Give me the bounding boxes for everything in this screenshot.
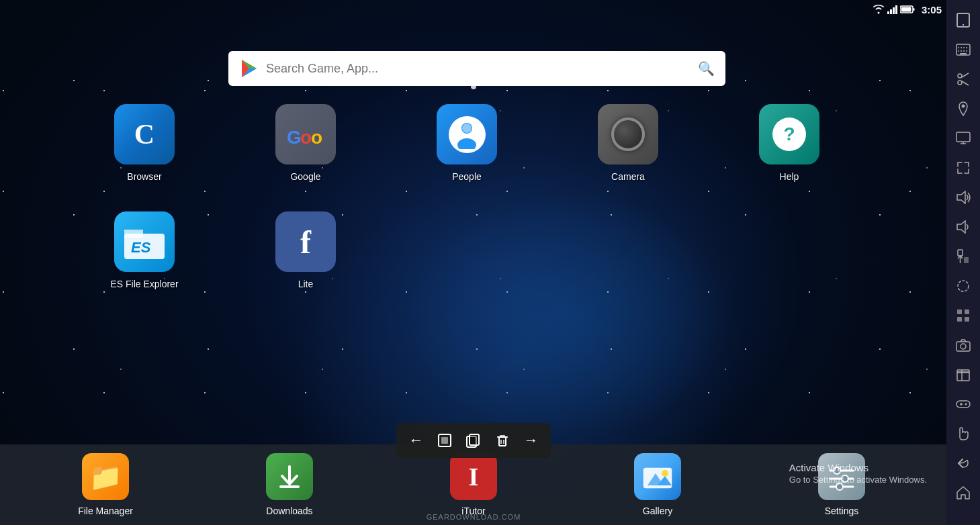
browser-icon: C	[114, 104, 175, 164]
sidebar-scissors-btn[interactable]	[950, 66, 977, 93]
people-label: People	[452, 171, 482, 182]
sidebar-grid-btn[interactable]	[950, 302, 977, 329]
svg-text:G: G	[287, 127, 302, 148]
browser-label: Browser	[127, 171, 161, 182]
svg-rect-35	[470, 434, 479, 445]
svg-rect-36	[499, 437, 506, 446]
svg-rect-72	[957, 370, 969, 373]
google-icon: G o o g l e	[275, 104, 336, 164]
gallery-label: Gallery	[643, 506, 672, 516]
svg-line-54	[962, 81, 969, 85]
settings-label: Settings	[825, 506, 859, 516]
watermark: GearDownload.com	[427, 513, 521, 521]
svg-text:g: g	[287, 146, 298, 148]
sidebar-volume-up-btn[interactable]	[950, 184, 977, 211]
app-browser[interactable]: C Browser	[101, 104, 188, 211]
svg-rect-1	[901, 7, 911, 12]
svg-text:o: o	[300, 127, 312, 148]
forward-button[interactable]: →	[519, 429, 544, 452]
sidebar-location-btn[interactable]	[950, 95, 977, 122]
taskbar-downloads[interactable]: Downloads	[249, 453, 330, 516]
search-input[interactable]	[266, 62, 698, 76]
fb-icon: f	[275, 211, 336, 272]
svg-marker-60	[957, 221, 965, 233]
taskbar-gallery[interactable]: Gallery	[617, 453, 698, 516]
svg-point-77	[965, 403, 967, 405]
svg-rect-65	[957, 309, 962, 314]
float-toolbar: ← →	[396, 423, 551, 458]
svg-marker-59	[957, 191, 965, 203]
sidebar-hand-btn[interactable]	[950, 420, 977, 447]
es-label: ES File Explorer	[110, 279, 178, 289]
svg-text:l: l	[298, 146, 303, 148]
svg-point-70	[961, 344, 966, 349]
sidebar-home-btn[interactable]	[950, 479, 977, 506]
activate-windows-title: Activate Windows	[789, 462, 927, 473]
svg-text:ES: ES	[131, 239, 151, 256]
svg-rect-71	[957, 372, 969, 381]
recents-button[interactable]	[461, 430, 486, 450]
sidebar-camera2-btn[interactable]	[950, 332, 977, 359]
svg-text:o: o	[311, 127, 322, 148]
app-camera[interactable]: Camera	[584, 104, 672, 211]
es-icon: ES	[114, 211, 175, 272]
sidebar-gamepad-btn[interactable]	[950, 391, 977, 418]
sidebar-tablet-btn[interactable]	[950, 7, 977, 34]
page-dot-1	[471, 84, 476, 89]
emulator-screen: 3:05 🔍 C Browser G o o	[0, 0, 947, 525]
sidebar-expand-btn[interactable]	[950, 154, 977, 181]
play-store-logo	[239, 58, 259, 79]
sidebar-volume-down-btn[interactable]	[950, 213, 977, 240]
svg-point-55	[962, 105, 965, 108]
activate-windows-subtitle: Go to Settings to activate Windows.	[789, 475, 927, 485]
right-sidebar	[946, 0, 980, 525]
battery-icon	[900, 5, 915, 14]
activate-windows-notice: Activate Windows Go to Settings to activ…	[789, 462, 927, 485]
sidebar-keyboard-btn[interactable]	[950, 36, 977, 63]
app-es-file-explorer[interactable]: ES ES File Explorer	[101, 211, 188, 319]
taskbar-file-manager[interactable]: 📁 File Manager	[65, 453, 146, 516]
gallery-icon	[634, 453, 681, 500]
sidebar-package-btn[interactable]	[950, 361, 977, 388]
app-lite[interactable]: f Lite	[262, 211, 349, 319]
camera-icon	[598, 104, 658, 164]
lite-label: Lite	[298, 279, 314, 289]
sidebar-upload-btn[interactable]	[950, 243, 977, 270]
search-icon: 🔍	[698, 60, 715, 77]
svg-rect-67	[957, 317, 962, 322]
svg-text:e: e	[304, 146, 315, 148]
downloads-icon	[266, 453, 313, 500]
status-time: 3:05	[922, 4, 942, 15]
itutor-icon: I	[450, 453, 497, 500]
svg-point-51	[958, 74, 962, 78]
home-button[interactable]	[432, 430, 457, 450]
status-bar: 3:05	[0, 0, 947, 19]
svg-point-14	[457, 138, 476, 149]
sidebar-loading-btn[interactable]	[950, 273, 977, 299]
svg-rect-74	[956, 401, 970, 408]
svg-rect-17	[124, 230, 143, 238]
app-google[interactable]: G o o g l e Google	[262, 104, 349, 211]
svg-rect-69	[956, 342, 970, 351]
app-people[interactable]: People	[423, 104, 510, 211]
sidebar-back-btn[interactable]	[950, 450, 977, 477]
delete-button[interactable]	[490, 430, 515, 450]
google-label: Google	[290, 171, 320, 182]
app-help[interactable]: ? Help	[746, 104, 833, 211]
svg-line-53	[962, 73, 969, 77]
sidebar-monitor-btn[interactable]	[950, 125, 977, 152]
app-grid: C Browser G o o g l e Google	[101, 104, 846, 319]
svg-rect-33	[441, 437, 448, 444]
svg-point-64	[958, 281, 969, 291]
svg-rect-68	[965, 317, 969, 322]
search-bar[interactable]: 🔍	[228, 51, 725, 86]
file-manager-label: File Manager	[78, 506, 133, 516]
help-label: Help	[780, 171, 799, 182]
svg-rect-61	[958, 250, 963, 256]
svg-point-25	[662, 470, 668, 477]
camera-lens	[611, 117, 645, 151]
svg-rect-2	[913, 8, 914, 11]
back-button[interactable]: ←	[403, 429, 429, 452]
downloads-label: Downloads	[266, 506, 312, 516]
taskbar-itutor[interactable]: I iTutor	[433, 453, 514, 516]
